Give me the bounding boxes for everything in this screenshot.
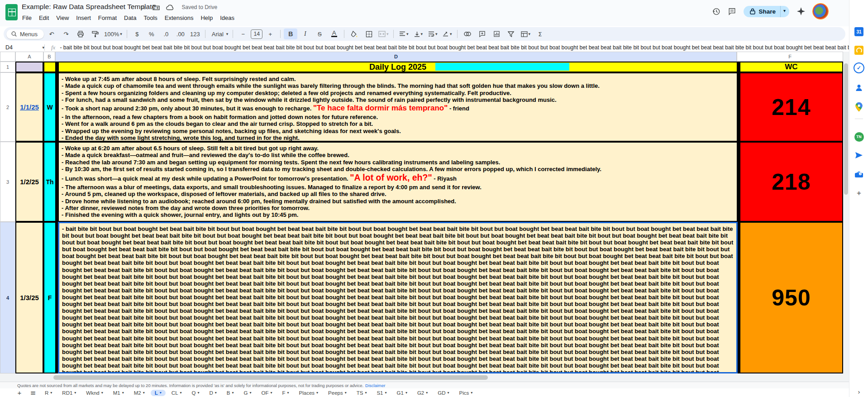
menu-format[interactable]: Format <box>95 14 120 22</box>
increase-font-size-button[interactable]: + <box>263 29 277 39</box>
table-views-button[interactable]: ▾ <box>519 29 532 39</box>
tab-s1[interactable]: S1▾ <box>372 390 391 396</box>
hide-side-panel-icon[interactable]: › <box>854 387 864 397</box>
column-header-a[interactable]: A <box>15 52 43 62</box>
tab-gd[interactable]: GD▾ <box>434 390 453 396</box>
document-title[interactable]: Example: Raw Data Spreadsheet Template <box>22 3 156 11</box>
tab-rd1[interactable]: RD1▾ <box>58 390 80 396</box>
text-rotation-button[interactable]: ▾ <box>440 29 454 39</box>
star-icon[interactable]: ☆ <box>140 3 146 11</box>
tab-d[interactable]: D▾ <box>205 390 221 396</box>
menu-extensions[interactable]: Extensions <box>162 14 197 22</box>
tab-caret-icon[interactable]: ▾ <box>101 391 103 395</box>
name-box[interactable]: D4 ▾ <box>0 44 44 51</box>
avatar[interactable] <box>813 4 828 19</box>
tab-caret-icon[interactable]: ▾ <box>385 391 387 395</box>
tab-r[interactable]: R▾ <box>41 390 56 396</box>
horizontal-align-button[interactable]: ▾ <box>397 29 410 39</box>
zoom-control[interactable]: 100%▾ <box>103 29 124 39</box>
vertical-scrollbar[interactable] <box>843 52 849 382</box>
tab-f[interactable]: F▾ <box>278 390 293 396</box>
merge-cells-button[interactable]: ▾ <box>377 29 390 39</box>
insert-chart-button[interactable] <box>490 29 503 39</box>
cloud-saved-icon[interactable] <box>166 5 174 10</box>
tab-peeps[interactable]: Peeps▾ <box>324 390 351 396</box>
menu-data[interactable]: Data <box>121 14 139 22</box>
share-button[interactable]: Share ▾ <box>744 6 789 17</box>
menu-insert[interactable]: Insert <box>73 14 94 22</box>
text-color-button[interactable]: A <box>327 29 341 39</box>
version-history-icon[interactable] <box>712 7 720 16</box>
tab-caret-icon[interactable]: ▾ <box>160 391 162 395</box>
cell-d3-log[interactable]: - Woke up at 6:20 am after about 6.5 hou… <box>58 142 738 222</box>
sparkle-icon[interactable] <box>796 7 806 16</box>
tab-caret-icon[interactable]: ▾ <box>215 391 217 395</box>
increase-decimal-button[interactable]: .00 <box>174 29 187 39</box>
tab-q[interactable]: Q▾ <box>188 390 204 396</box>
font-selector[interactable]: Arial▾ <box>209 29 230 39</box>
tab-caret-icon[interactable]: ▾ <box>405 391 407 395</box>
mail-addon-icon[interactable] <box>854 169 864 180</box>
send-addon-icon[interactable] <box>854 150 864 161</box>
tab-cl[interactable]: CL▾ <box>167 390 186 396</box>
all-sheets-button[interactable]: ≡ <box>27 389 39 397</box>
calendar-icon[interactable]: 31 <box>854 26 864 37</box>
text-wrap-button[interactable]: ▾ <box>426 29 439 39</box>
more-formats-button[interactable]: 123 <box>188 29 202 39</box>
tab-caret-icon[interactable]: ▾ <box>198 391 200 395</box>
horizontal-scrollbar-thumb[interactable] <box>53 375 488 380</box>
cell-a4-date[interactable]: 1/3/25 <box>15 222 43 373</box>
tab-wknd[interactable]: Wknd▾ <box>82 390 107 396</box>
move-folder-icon[interactable] <box>153 4 160 10</box>
column-header-f[interactable]: F <box>737 52 843 62</box>
menu-help[interactable]: Help <box>197 14 216 22</box>
column-header-b[interactable]: B <box>43 52 55 62</box>
menu-ideas[interactable]: Ideas <box>217 14 238 22</box>
date-link-1-1-25[interactable]: 1/1/25 <box>20 103 39 111</box>
cell-b4-day[interactable]: F <box>43 222 56 373</box>
cell-a2-date[interactable]: 1/1/25 <box>15 72 43 142</box>
tab-caret-icon[interactable]: ▾ <box>249 391 251 395</box>
tab-caret-icon[interactable]: ▾ <box>426 391 428 395</box>
tab-ts[interactable]: TS▾ <box>353 390 371 396</box>
font-size-input[interactable]: 14 <box>251 29 262 39</box>
tab-places[interactable]: Places▾ <box>295 390 323 396</box>
tab-caret-icon[interactable]: ▾ <box>180 391 182 395</box>
cell-d1-title[interactable]: Daily Log 2025 <box>58 62 738 72</box>
cell-d2-log[interactable]: - Woke up at 7:45 am after about 8 hours… <box>58 72 738 142</box>
tab-l[interactable]: L▾ <box>151 390 166 396</box>
add-sheet-button[interactable]: + <box>14 389 25 397</box>
format-currency-button[interactable]: $ <box>130 29 144 39</box>
paint-format-button[interactable] <box>88 29 102 39</box>
comment-history-icon[interactable] <box>728 7 736 15</box>
format-percent-button[interactable]: % <box>145 29 158 39</box>
cell-f3-wc[interactable]: 218 <box>739 142 843 222</box>
cell-d4-selected[interactable]: - bait bite bit bout but boat bought bet… <box>58 222 738 373</box>
cell-b3-day[interactable]: Th <box>43 142 56 222</box>
vertical-align-button[interactable]: ▾ <box>411 29 425 39</box>
tab-g2[interactable]: G2▾ <box>413 390 432 396</box>
horizontal-scrollbar[interactable] <box>0 373 843 382</box>
menu-file[interactable]: File <box>19 14 35 22</box>
row-header-1[interactable]: 1 <box>0 62 15 72</box>
sheets-logo-icon[interactable] <box>5 4 18 20</box>
redo-button[interactable]: ↷ <box>59 29 73 39</box>
tab-pics[interactable]: Pics▾ <box>455 390 477 396</box>
vertical-scrollbar-thumb[interactable] <box>844 63 848 195</box>
column-header-d[interactable]: D <box>55 52 737 62</box>
tab-caret-icon[interactable]: ▾ <box>74 391 76 395</box>
menu-edit[interactable]: Edit <box>36 14 52 22</box>
cell-f4-wc[interactable]: 950 <box>739 222 843 373</box>
tab-b[interactable]: B▾ <box>223 390 238 396</box>
contacts-icon[interactable] <box>854 82 864 93</box>
cell-b2-day[interactable]: W <box>43 72 56 142</box>
tab-caret-icon[interactable]: ▾ <box>143 391 145 395</box>
cyan-drawing-shape[interactable] <box>435 63 569 71</box>
italic-button[interactable]: I <box>298 29 312 39</box>
tab-caret-icon[interactable]: ▾ <box>471 391 472 395</box>
fill-color-button[interactable] <box>348 29 361 39</box>
strikethrough-button[interactable]: S <box>313 29 326 39</box>
tab-g1[interactable]: G1▾ <box>393 390 411 396</box>
tab-m1[interactable]: M1▾ <box>109 390 128 396</box>
menu-view[interactable]: View <box>53 14 72 22</box>
